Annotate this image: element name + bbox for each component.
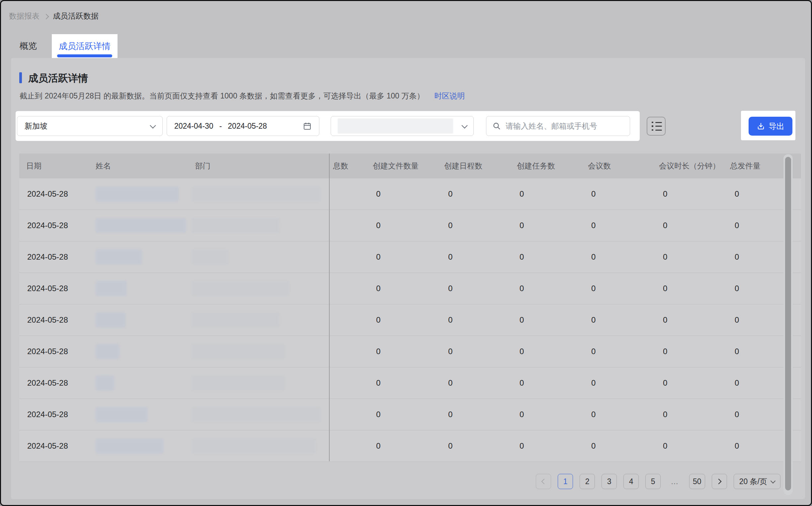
page-button-3[interactable]: 3	[602, 474, 617, 489]
table-row: 2024-05-28000000	[19, 367, 801, 399]
date-range-separator: -	[219, 122, 222, 131]
cell-value: 0	[663, 399, 667, 430]
page-size-value: 20 条/页	[739, 477, 767, 487]
chevron-down-icon	[770, 478, 776, 484]
cell-date: 2024-05-28	[27, 305, 68, 336]
previous-page-button[interactable]	[536, 474, 551, 489]
cell-value: 0	[448, 399, 453, 430]
cell-value: 0	[448, 210, 453, 241]
cell-value: 0	[376, 399, 381, 430]
redacted-name-cell	[95, 344, 120, 359]
cell-value: 0	[448, 241, 453, 272]
column-header-5: 创建日程数	[444, 154, 482, 178]
column-settings-button[interactable]	[647, 117, 666, 136]
cell-value: 0	[376, 336, 381, 367]
chevron-down-icon	[150, 122, 156, 128]
cell-value: 0	[591, 336, 596, 367]
cell-value: 0	[448, 305, 453, 336]
page-button-50[interactable]: 50	[689, 474, 705, 489]
breadcrumb: 数据报表 成员活跃数据	[9, 11, 98, 21]
column-header-0: 日期	[26, 154, 42, 178]
cell-value: 0	[591, 210, 596, 241]
column-header-3: 息数	[333, 154, 348, 178]
page-button-1[interactable]: 1	[558, 474, 573, 489]
redacted-name-cell	[95, 312, 126, 328]
cell-date: 2024-05-28	[27, 336, 68, 367]
cell-value: 0	[663, 430, 667, 461]
page-ellipsis: …	[667, 474, 683, 489]
column-header-8: 会议时长（分钟）	[659, 154, 720, 178]
cell-value: 0	[591, 399, 596, 430]
redacted-department-cell	[192, 218, 279, 233]
tab-member-activity-detail[interactable]: 成员活跃详情	[52, 34, 118, 58]
cell-value: 0	[520, 305, 524, 336]
cell-value: 0	[520, 367, 524, 399]
next-page-button[interactable]	[712, 474, 727, 489]
cell-value: 0	[520, 210, 524, 241]
cell-value: 0	[376, 367, 381, 399]
search-placeholder: 请输入姓名、邮箱或手机号	[505, 121, 597, 131]
table-row: 2024-05-28000000	[19, 305, 801, 336]
cell-value: 0	[735, 178, 739, 209]
cell-value: 0	[448, 178, 453, 209]
column-header-4: 创建文件数量	[373, 154, 419, 178]
region-select[interactable]: 新加坡	[17, 116, 163, 136]
cell-value: 0	[663, 210, 667, 241]
member-select[interactable]	[331, 116, 474, 136]
page-button-5[interactable]: 5	[646, 474, 661, 489]
page-size-select[interactable]: 20 条/页	[734, 474, 781, 489]
cell-value: 0	[663, 367, 667, 399]
export-button[interactable]: 导出	[749, 117, 793, 136]
chevron-left-icon	[541, 479, 547, 485]
vertical-scrollbar-thumb[interactable]	[785, 157, 791, 490]
chevron-right-icon	[716, 479, 721, 485]
table-header: 日期姓名部门息数创建文件数量创建日程数创建任务数会议数会议时长（分钟）总发件量	[19, 154, 801, 178]
pagination: 12345…5020 条/页	[536, 474, 781, 489]
redacted-name-cell	[95, 375, 114, 391]
cell-date: 2024-05-28	[27, 178, 68, 209]
cell-value: 0	[663, 336, 667, 367]
cell-value: 0	[376, 273, 381, 304]
table-row: 2024-05-28000000	[19, 336, 801, 367]
cell-value: 0	[376, 305, 381, 336]
table-row: 2024-05-28000000	[19, 430, 801, 462]
redacted-department-cell	[192, 186, 321, 201]
page-button-2[interactable]: 2	[580, 474, 595, 489]
breadcrumb-data-reports[interactable]: 数据报表	[9, 11, 40, 21]
member-select-redacted-value	[338, 118, 453, 134]
column-header-1: 姓名	[95, 154, 111, 178]
column-header-7: 会议数	[588, 154, 611, 178]
cell-value: 0	[735, 336, 739, 367]
search-input[interactable]: 请输入姓名、邮箱或手机号	[486, 116, 630, 136]
cell-value: 0	[663, 273, 667, 304]
chevron-right-icon	[44, 14, 49, 19]
redacted-name-cell	[95, 218, 186, 233]
chevron-down-icon	[461, 122, 467, 128]
cell-date: 2024-05-28	[27, 241, 68, 272]
tab-overview[interactable]: 概览	[19, 40, 37, 52]
date-range-picker[interactable]: 2024-04-30 - 2024-05-28	[166, 116, 319, 136]
date-range-end: 2024-05-28	[228, 122, 267, 131]
cell-value: 0	[520, 273, 524, 304]
redacted-department-cell	[192, 344, 285, 359]
table-row: 2024-05-28000000	[19, 241, 801, 273]
cell-value: 0	[591, 367, 596, 399]
cell-date: 2024-05-28	[27, 210, 68, 241]
redacted-department-cell	[192, 407, 321, 422]
table-row: 2024-05-28000000	[19, 210, 801, 241]
description-text: 截止到 2024年05月28日 的最新数据。当前页面仅支持查看 1000 条数据…	[19, 91, 424, 100]
title-accent-bar	[19, 72, 22, 83]
section-title: 成员活跃详情	[28, 72, 88, 85]
cell-value: 0	[591, 273, 596, 304]
cell-value: 0	[663, 178, 667, 209]
cell-date: 2024-05-28	[27, 367, 68, 399]
redacted-name-cell	[95, 186, 179, 201]
cell-value: 0	[448, 273, 453, 304]
search-icon	[492, 122, 501, 130]
page-button-4[interactable]: 4	[623, 474, 639, 489]
redacted-department-cell	[192, 281, 289, 296]
redacted-department-cell	[192, 312, 279, 328]
cell-value: 0	[520, 399, 524, 430]
member-activity-table: 日期姓名部门息数创建文件数量创建日程数创建任务数会议数会议时长（分钟）总发件量 …	[19, 154, 801, 462]
timezone-explanation-link[interactable]: 时区说明	[434, 91, 465, 100]
